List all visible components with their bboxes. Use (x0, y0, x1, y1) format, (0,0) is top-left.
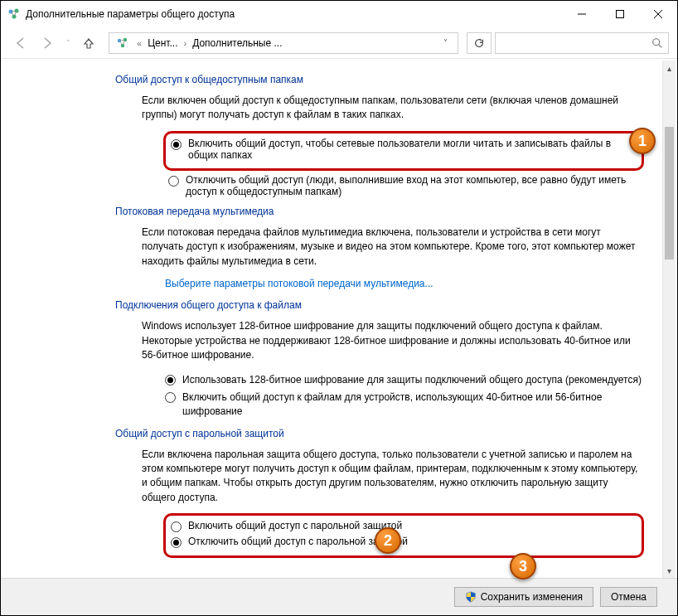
network-icon (116, 36, 129, 50)
section-desc: Windows использует 128-битное шифрование… (142, 319, 644, 362)
radio-icon (165, 375, 176, 386)
network-icon (7, 7, 21, 21)
svg-point-16 (653, 38, 660, 45)
window-title: Дополнительные параметры общего доступа (26, 8, 235, 20)
radio-password-enable[interactable]: Включить общий доступ с парольной защито… (171, 518, 637, 534)
maximize-button[interactable] (601, 1, 639, 27)
close-button[interactable] (639, 1, 677, 27)
radio-icon (171, 537, 182, 548)
radio-label: Включить общий доступ с парольной защито… (188, 520, 402, 531)
chevron-down-icon[interactable]: ˅ (436, 38, 454, 47)
search-input[interactable] (495, 32, 669, 54)
radio-icon (171, 521, 182, 532)
up-button[interactable] (77, 32, 100, 55)
section-heading-media: Потоковая передача мультимедиа (115, 206, 644, 217)
scroll-thumb[interactable] (665, 127, 674, 259)
cancel-button[interactable]: Отмена (600, 587, 657, 607)
callout-1: 1 (629, 128, 656, 154)
radio-label: Включить общий доступ, чтобы сетевые пол… (188, 138, 637, 161)
radio-enc-40-56[interactable]: Включить общий доступ к файлам для устро… (165, 389, 644, 421)
forward-button[interactable] (36, 32, 59, 55)
chevron-right-icon: › (181, 38, 189, 48)
section-heading-public-folders: Общий доступ к общедоступным папкам (115, 74, 644, 85)
section-heading-password: Общий доступ с парольной защитой (115, 428, 644, 439)
radio-enc-128[interactable]: Использовать 128-битное шифрование для з… (165, 371, 644, 389)
cancel-button-label: Отмена (611, 591, 647, 603)
back-button[interactable] (9, 32, 32, 55)
shield-icon (465, 591, 477, 603)
toolbar: ˅ « Цент... › Дополнительные ... ˅ (1, 27, 677, 59)
minimize-button[interactable] (563, 1, 601, 27)
refresh-button[interactable] (467, 32, 492, 54)
breadcrumb-part[interactable]: Дополнительные ... (191, 37, 283, 49)
content-pane: Общий доступ к общедоступным папкам Если… (1, 61, 677, 578)
radio-label: Использовать 128-битное шифрование для з… (182, 373, 642, 387)
radio-icon (171, 139, 182, 150)
recent-dropdown-icon[interactable]: ˅ (62, 32, 74, 55)
address-bar[interactable]: « Цент... › Дополнительные ... ˅ (109, 32, 458, 54)
svg-line-17 (659, 44, 662, 47)
search-icon (651, 37, 663, 49)
section-desc: Если включен общий доступ к общедоступны… (142, 94, 644, 123)
radio-icon (168, 176, 179, 187)
radio-password-disable[interactable]: Отключить общий доступ с парольной защит… (171, 534, 637, 550)
callout-3: 3 (510, 553, 536, 580)
scroll-up-arrow[interactable]: ▴ (663, 61, 676, 75)
save-button[interactable]: Сохранить изменения (454, 587, 593, 607)
breadcrumb-part[interactable]: Цент... (146, 37, 179, 49)
radio-label: Отключить общий доступ (люди, выполнивши… (186, 174, 644, 197)
titlebar: Дополнительные параметры общего доступа (1, 1, 677, 27)
scroll-down-arrow[interactable]: ▾ (663, 563, 676, 578)
media-settings-link[interactable]: Выберите параметры потоковой передачи му… (165, 278, 433, 289)
save-button-label: Сохранить изменения (481, 591, 583, 603)
radio-label: Включить общий доступ к файлам для устро… (182, 390, 644, 420)
radio-icon (165, 392, 176, 403)
chevron-left-icon: « (134, 38, 144, 48)
highlight-box-1: Включить общий доступ, чтобы сетевые пол… (163, 131, 644, 171)
section-desc: Если потоковая передача файлов мультимед… (142, 226, 644, 269)
footer: Сохранить изменения Отмена (1, 578, 677, 615)
section-desc: Если включена парольная защита общего до… (142, 448, 644, 506)
callout-2: 2 (375, 527, 401, 554)
radio-public-enable[interactable]: Включить общий доступ, чтобы сетевые пол… (171, 136, 637, 162)
section-heading-fileconn: Подключения общего доступа к файлам (115, 299, 644, 311)
svg-rect-7 (617, 11, 624, 18)
highlight-box-2: Включить общий доступ с парольной защито… (163, 513, 644, 558)
radio-public-disable[interactable]: Отключить общий доступ (люди, выполнивши… (168, 172, 644, 199)
vertical-scrollbar[interactable]: ▴ ▾ (662, 61, 676, 578)
